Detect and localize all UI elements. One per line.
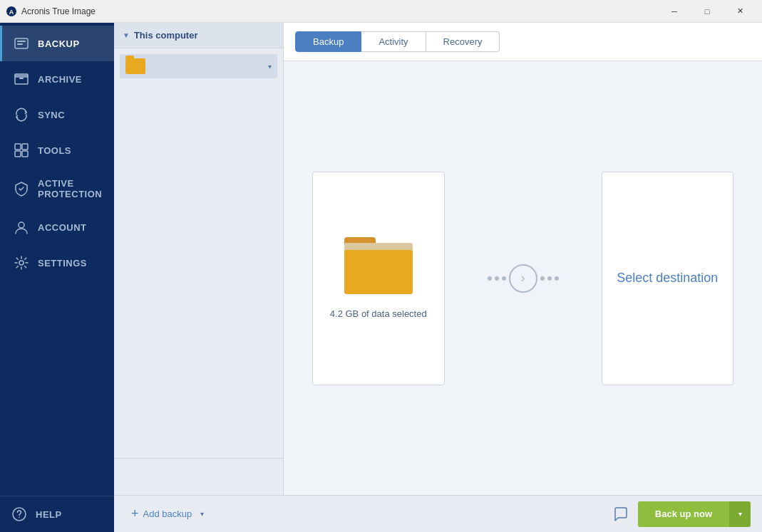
arrow-connector: › [488, 264, 559, 293]
dot-left-3 [502, 276, 506, 281]
title-bar-left: A Acronis True Image [6, 6, 96, 17]
folder-item[interactable]: ▾ [120, 54, 277, 78]
sidebar-label-sync: SYNC [38, 110, 65, 120]
account-icon [14, 219, 29, 235]
sidebar-item-active-protection[interactable]: ACTIVE PROTECTION [0, 168, 114, 209]
tab-activity[interactable]: Activity [361, 31, 426, 52]
folder-small-icon [125, 58, 145, 74]
svg-point-13 [19, 261, 24, 265]
folder-front [344, 250, 413, 294]
minimize-button[interactable]: ─ [658, 0, 691, 23]
add-backup-button[interactable]: + Add backup [125, 502, 197, 526]
destination-card-label: Select destination [617, 269, 718, 287]
active-protection-icon [14, 181, 29, 197]
svg-rect-10 [15, 151, 21, 157]
svg-rect-3 [17, 41, 26, 42]
svg-rect-11 [22, 151, 28, 157]
backup-now-dropdown-icon: ▾ [738, 510, 742, 518]
sidebar-item-settings[interactable]: SETTINGS [0, 245, 114, 281]
sidebar-item-backup[interactable]: BACKUP [0, 26, 114, 61]
sidebar-nav: BACKUP ARCHIVE [0, 23, 114, 496]
folder-large-icon [344, 237, 413, 294]
main-content: 4.2 GB of data selected › Sele [284, 61, 762, 495]
sidebar-label-tools: TOOLS [38, 145, 71, 156]
dot-left-2 [495, 276, 499, 281]
svg-rect-4 [17, 43, 23, 45]
folder-item-chevron-icon: ▾ [268, 63, 272, 71]
close-button[interactable]: ✕ [724, 0, 756, 23]
sub-header-arrow-icon: ▼ [123, 31, 130, 39]
sidebar-label-backup: BACKUP [38, 38, 80, 49]
sub-sidebar-header: ▼ This computer [114, 23, 283, 48]
svg-point-12 [19, 222, 24, 228]
app-body: BACKUP ARCHIVE [0, 23, 762, 532]
svg-rect-9 [22, 144, 28, 150]
backup-now-button[interactable]: Back up now [638, 501, 729, 527]
tab-recovery[interactable]: Recovery [426, 31, 500, 52]
sub-sidebar-content: ▾ [114, 48, 283, 458]
svg-rect-8 [15, 144, 21, 150]
sidebar-label-settings: SETTINGS [38, 258, 87, 268]
dot-right-3 [555, 276, 559, 281]
chat-icon-button[interactable] [609, 503, 632, 526]
destination-card[interactable]: Select destination [602, 172, 734, 385]
backup-now-dropdown-button[interactable]: ▾ [729, 501, 751, 527]
tab-backup[interactable]: Backup [295, 31, 361, 52]
settings-icon [14, 255, 29, 271]
sidebar-label-active-protection: ACTIVE PROTECTION [38, 178, 103, 199]
svg-point-15 [19, 517, 20, 518]
add-backup-dropdown-icon[interactable]: ▾ [200, 510, 204, 518]
backup-icon [14, 36, 29, 51]
add-backup-label: Add backup [143, 508, 192, 519]
source-card-label: 4.2 GB of data selected [330, 308, 427, 319]
sidebar-label-account: ACCOUNT [38, 222, 87, 233]
app-icon: A [6, 6, 17, 17]
archive-icon [14, 71, 29, 87]
app-title: Acronis True Image [21, 6, 96, 16]
sidebar-item-archive[interactable]: ARCHIVE [0, 61, 114, 97]
sub-sidebar-bottom [114, 458, 283, 495]
bottom-bar: + Add backup ▾ Back up now ▾ [114, 495, 762, 532]
content-area: Backup Activity Recovery [284, 23, 762, 495]
tab-bar: Backup Activity Recovery [284, 23, 762, 61]
tools-icon [14, 142, 29, 158]
sync-icon [14, 107, 29, 122]
sidebar-label-archive: ARCHIVE [38, 74, 82, 85]
sidebar-item-account[interactable]: ACCOUNT [0, 209, 114, 245]
svg-rect-7 [19, 78, 24, 79]
title-bar: A Acronis True Image ─ □ ✕ [0, 0, 762, 23]
backup-now-btn-group: Back up now ▾ [638, 501, 751, 527]
add-icon: + [131, 506, 139, 521]
help-icon [11, 506, 27, 522]
sidebar-item-help[interactable]: HELP [0, 496, 114, 532]
sidebar-item-tools[interactable]: TOOLS [0, 132, 114, 168]
sidebar-label-help: HELP [36, 509, 62, 520]
bottom-right: Back up now ▾ [609, 501, 751, 527]
sidebar: BACKUP ARCHIVE [0, 23, 114, 532]
svg-text:A: A [9, 9, 14, 16]
sidebar-item-sync[interactable]: SYNC [0, 97, 114, 132]
arrow-circle-icon: › [509, 264, 537, 293]
dot-right-2 [547, 276, 552, 281]
window-controls: ─ □ ✕ [658, 0, 756, 23]
sub-sidebar: ▼ This computer ▾ [114, 23, 284, 495]
source-card[interactable]: 4.2 GB of data selected [312, 172, 445, 385]
maximize-button[interactable]: □ [691, 0, 724, 23]
dot-right-1 [540, 276, 545, 281]
dot-left-1 [488, 276, 492, 281]
sub-sidebar-title: This computer [134, 30, 198, 41]
